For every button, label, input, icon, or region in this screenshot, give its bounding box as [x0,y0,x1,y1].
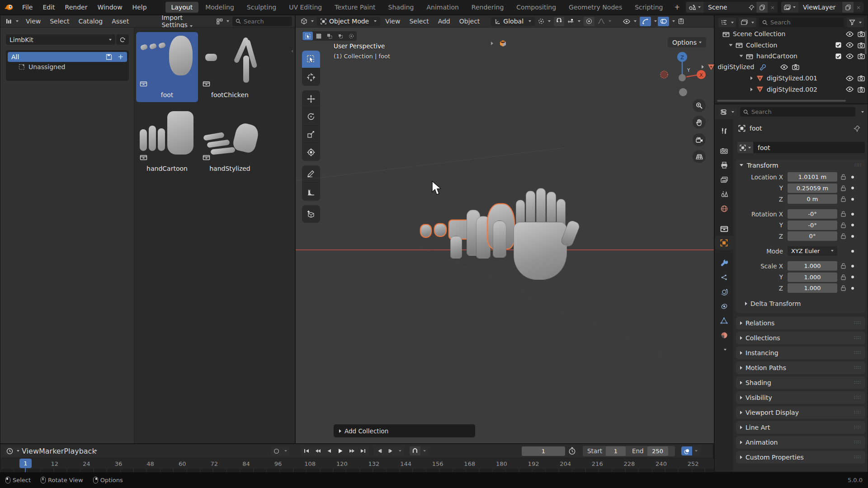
tool-icon[interactable] [715,124,733,138]
ortho-grid-icon[interactable] [693,150,706,163]
exclude-checkbox[interactable] [835,53,842,60]
lock-icon[interactable] [841,185,846,191]
current-frame-marker[interactable]: 1 [19,459,32,468]
overlays-dropdown[interactable] [672,20,675,22]
mode-dropdown[interactable]: Object Mode [317,17,380,26]
topbar-menu[interactable]: Help [127,0,152,14]
asset-card[interactable]: handStylized [199,106,261,176]
catalog-item-unassigned[interactable]: Unassigned [8,62,127,72]
viewport-menu[interactable]: Add [434,18,454,25]
pin-icon[interactable] [747,5,756,10]
scene-objects[interactable] [409,183,603,296]
modifiers-icon[interactable] [715,256,733,270]
add-catalog-icon[interactable]: + [118,53,123,61]
transform-value-field[interactable]: 1.000 [788,283,837,293]
lock-icon[interactable] [841,285,846,291]
current-frame-field[interactable]: 1 [522,446,565,456]
active-collection-icon[interactable] [499,40,507,47]
outliner-search-input[interactable] [770,19,816,26]
falloff-dropdown[interactable] [595,17,613,26]
scene-icon[interactable] [715,187,733,201]
vertical-scrollbar[interactable] [865,31,867,54]
lock-icon[interactable] [841,263,846,269]
lock-icon[interactable] [841,222,846,228]
next-frame-icon[interactable] [385,446,396,455]
gizmos-toggle-icon[interactable] [640,17,651,26]
properties-section[interactable]: Motion Paths ∷∷ [736,361,865,374]
timeline-ruler[interactable]: 1224364860728496108120132144156168180192… [0,458,714,469]
stopwatch-icon[interactable] [568,447,576,455]
output-icon[interactable] [715,158,733,172]
timeline-menu[interactable]: View [22,447,39,455]
topbar-menu[interactable]: Edit [38,0,60,14]
snap-settings-dropdown[interactable] [565,17,583,26]
mesh-finger-4[interactable] [493,221,506,258]
properties-editor-type-icon[interactable] [718,107,736,117]
workspace-tab[interactable]: Geometry Nodes [563,2,628,13]
asset-menu[interactable]: Select [46,18,73,25]
properties-section[interactable]: Shading ∷∷ [736,376,865,389]
transform-value-field[interactable]: 1.0101 m [788,172,837,182]
topbar-menu[interactable]: File [17,0,38,14]
mesh-finger-1[interactable] [450,236,462,258]
timeline-menu[interactable]: Marker [39,447,64,455]
workspace-tab[interactable]: Sculpting [241,2,282,13]
transform-value-field[interactable]: -0° [788,209,837,219]
animate-dot-icon[interactable] [851,176,854,178]
hide-in-viewport-eye-icon[interactable] [846,42,854,48]
disable-in-render-camera-icon[interactable] [858,31,865,37]
exclude-checkbox[interactable] [835,42,842,48]
snap-magnet-icon[interactable] [554,17,564,26]
annotate-tool-icon[interactable] [302,165,320,183]
pin-id-icon[interactable] [854,125,860,132]
hide-in-viewport-eye-icon[interactable] [846,53,854,59]
rotate-tool-icon[interactable] [302,108,320,126]
transform-value-field[interactable]: 0.25059 m [788,183,837,193]
physics-icon[interactable] [715,285,733,299]
material-icon[interactable] [715,328,733,342]
frame-step-dropdown[interactable] [396,446,404,455]
viewlayer-icon[interactable] [781,2,798,13]
workspace-tab[interactable]: Texture Paint [329,2,381,13]
play-reverse-icon[interactable] [324,446,335,455]
proportional-editing-icon[interactable] [584,17,594,26]
circle-select-icon[interactable] [324,32,335,40]
constraints-icon[interactable] [715,299,733,313]
viewlayer-name[interactable]: ViewLayer [798,4,842,11]
workspace-tab[interactable]: Layout [165,2,199,13]
animate-dot-icon[interactable] [851,265,854,267]
disable-in-render-camera-icon[interactable] [792,64,799,70]
hide-in-viewport-eye-icon[interactable] [846,75,854,81]
hide-in-viewport-eye-icon[interactable] [846,86,854,92]
gizmos-dropdown[interactable] [654,20,657,22]
timeline-menu[interactable]: Playback [64,447,96,455]
new-scene-icon[interactable] [756,2,768,13]
remove-viewlayer-icon[interactable]: × [854,4,863,11]
catalog-item-all[interactable]: All + [8,52,127,62]
outliner-filter-id-icon[interactable] [739,18,756,27]
properties-section[interactable]: Instancing ∷∷ [736,347,865,359]
lock-icon[interactable] [841,274,846,280]
breadcrumb[interactable]: foot [750,125,762,132]
properties-section[interactable]: Relations ∷∷ [736,317,865,329]
outliner-row[interactable]: digiStylized.002 [715,84,868,95]
expand-chevron-icon[interactable] [750,76,753,80]
properties-section[interactable]: Visibility ∷∷ [736,391,865,404]
measure-tool-icon[interactable] [302,183,320,201]
transform-panel-header[interactable]: Transform∷∷ [736,160,865,171]
horizontal-scrollbar[interactable] [717,100,846,102]
cursor-tool-icon[interactable] [302,68,320,86]
save-catalog-icon[interactable] [106,54,112,60]
hand-palm[interactable] [514,222,567,280]
lock-icon[interactable] [841,211,846,217]
expand-chevron-icon[interactable] [729,44,733,46]
mesh-toe-2[interactable] [434,223,447,237]
disable-in-render-camera-icon[interactable] [858,75,865,81]
hide-in-viewport-eye-icon[interactable] [780,64,788,70]
add-collection-panel[interactable]: Add Collection [334,424,475,437]
object-name-field[interactable] [754,142,865,153]
outliner-row[interactable]: digiStylized [715,62,753,73]
scene-icon[interactable] [686,2,703,13]
transform-tool-icon[interactable] [302,143,320,161]
playback-dropdown[interactable] [94,450,97,452]
